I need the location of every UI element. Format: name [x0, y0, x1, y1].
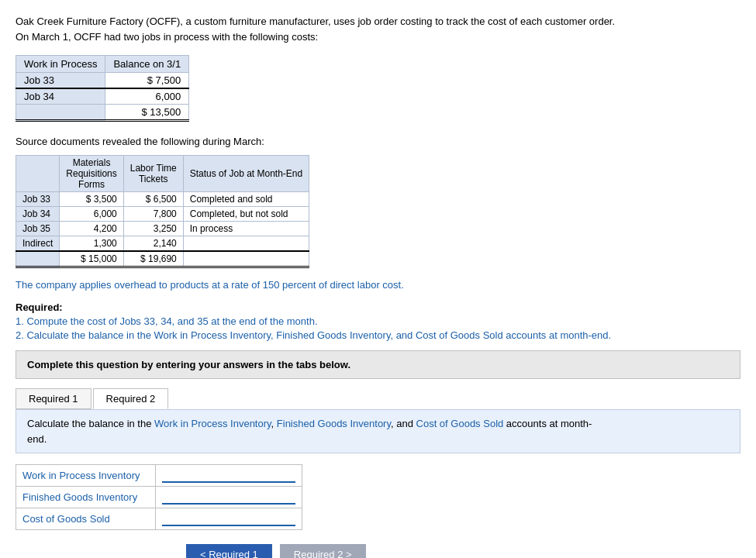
cgs-input[interactable] — [162, 512, 295, 526]
fgi-input[interactable] — [162, 490, 295, 505]
instruction-box: Calculate the balance in the Work in Pro… — [16, 409, 740, 453]
src-total-row: $ 15,000 $ 19,690 — [16, 251, 309, 267]
required-item2: 2. Calculate the balance in the Work in … — [16, 329, 740, 341]
answer-table: Work in Process Inventory Finished Goods… — [16, 464, 302, 530]
src-col1: MaterialsRequisitionsForms — [60, 156, 123, 192]
src-col3: Status of Job at Month-End — [183, 156, 309, 192]
tab-required1[interactable]: Required 1 — [16, 388, 91, 409]
source-label: Source documents revealed the following … — [16, 136, 740, 147]
tab-row: Required 1 Required 2 — [16, 388, 740, 409]
complete-box: Complete this question by entering your … — [16, 350, 740, 379]
fgi-input-cell[interactable] — [156, 487, 302, 508]
tabs-container: Required 1 Required 2 — [16, 388, 740, 409]
answer-row-cgs: Cost of Goods Sold — [16, 508, 302, 530]
src-row-job35: Job 35 4,200 3,250 In process — [16, 222, 309, 236]
answer-row-fgi: Finished Goods Inventory — [16, 487, 302, 508]
required-item1: 1. Compute the cost of Jobs 33, 34, and … — [16, 315, 740, 327]
cgs-input-cell[interactable] — [156, 508, 302, 530]
balance-total-label — [16, 105, 105, 121]
src-row-indirect: Indirect 1,300 2,140 — [16, 236, 309, 252]
back-button[interactable]: < Required 1 — [186, 544, 272, 558]
nav-buttons: < Required 1 Required 2 > — [186, 544, 740, 558]
required-title: Required: — [16, 301, 740, 313]
overhead-text: The company applies overhead to products… — [16, 279, 740, 291]
job34-value: 6,000 — [105, 88, 189, 105]
forward-button[interactable]: Required 2 > — [280, 544, 366, 558]
tab-required2[interactable]: Required 2 — [93, 388, 169, 409]
job33-label: Job 33 — [16, 73, 105, 89]
wip-label: Work in Process Inventory — [16, 465, 156, 487]
required-section: Required: 1. Compute the cost of Jobs 33… — [16, 301, 740, 341]
job33-value: $ 7,500 — [105, 73, 189, 89]
balance-total-value: $ 13,500 — [105, 105, 189, 121]
answer-row-wip: Work in Process Inventory — [16, 465, 302, 487]
src-row-job34: Job 34 6,000 7,800 Completed, but not so… — [16, 207, 309, 222]
cgs-label: Cost of Goods Sold — [16, 508, 156, 530]
src-row-job33: Job 33 $ 3,500 $ 6,500 Completed and sol… — [16, 192, 309, 207]
balance-table: Work in Process Balance on 3/1 Job 33 $ … — [16, 55, 189, 122]
balance-header-label: Work in Process — [16, 56, 105, 73]
balance-header-value: Balance on 3/1 — [105, 56, 189, 73]
intro-text: Oak Creek Furniture Factory (OCFF), a cu… — [16, 14, 740, 44]
src-col0 — [16, 156, 60, 192]
wip-input[interactable] — [162, 468, 295, 483]
fgi-label: Finished Goods Inventory — [16, 487, 156, 508]
source-table: MaterialsRequisitionsForms Labor TimeTic… — [16, 155, 309, 268]
src-col2: Labor TimeTickets — [123, 156, 183, 192]
wip-input-cell[interactable] — [156, 465, 302, 487]
job34-label: Job 34 — [16, 88, 105, 105]
